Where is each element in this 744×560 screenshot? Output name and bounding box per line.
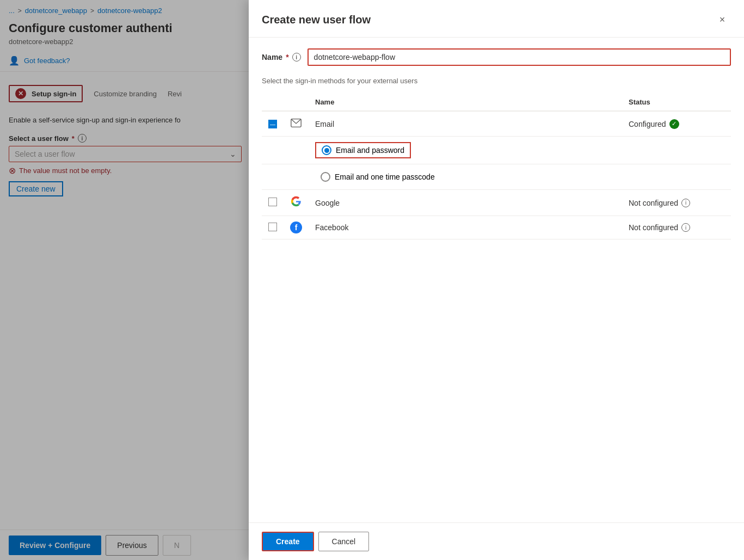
email-password-row: Email and password (315, 142, 411, 158)
configured-dot: ✓ (669, 119, 679, 129)
table-row: Email and password (262, 137, 731, 164)
table-row: f Facebook Not configured i (262, 216, 731, 239)
facebook-info-icon[interactable]: i (681, 223, 690, 232)
col-status-header: Status (622, 94, 731, 111)
col-icon (284, 94, 309, 111)
google-method-name: Google (315, 199, 616, 207)
email-otp-row: Email and one time passcode (315, 170, 724, 184)
email-password-label: Email and password (336, 146, 404, 155)
dialog-header: Create new user flow × (249, 0, 744, 38)
col-checkbox (262, 94, 284, 111)
create-user-flow-dialog: Create new user flow × Name * i Select t… (249, 0, 744, 560)
name-input[interactable] (308, 48, 731, 66)
email-otp-label: Email and one time passcode (335, 173, 435, 181)
col-name-header: Name (309, 94, 622, 111)
name-label: Name * i (262, 53, 301, 61)
email-password-radio[interactable] (322, 145, 331, 155)
google-info-icon[interactable]: i (681, 199, 690, 207)
signin-methods-description: Select the sign-in methods for your exte… (262, 77, 731, 85)
name-info-icon[interactable]: i (292, 53, 301, 61)
dialog-body: Name * i Select the sign-in methods for … (249, 38, 744, 522)
table-row: Email Configured ✓ (262, 111, 731, 137)
dialog-close-button[interactable]: × (714, 11, 731, 28)
name-required-star: * (286, 53, 288, 61)
dialog-title: Create new user flow (262, 14, 371, 26)
facebook-status: Not configured i (629, 223, 724, 232)
create-button[interactable]: Create (262, 532, 314, 551)
email-otp-radio[interactable] (321, 172, 330, 182)
facebook-checkbox[interactable] (268, 223, 277, 231)
email-status: Configured ✓ (629, 119, 724, 129)
dialog-footer: Create Cancel (249, 522, 744, 560)
table-row: Google Not configured i (262, 190, 731, 216)
cancel-button[interactable]: Cancel (318, 532, 370, 551)
google-checkbox[interactable] (268, 198, 277, 206)
facebook-icon: f (290, 223, 302, 232)
table-row: Email and one time passcode (262, 164, 731, 190)
facebook-method-name: Facebook (315, 223, 616, 232)
google-icon (290, 198, 302, 210)
email-method-name: Email (315, 120, 616, 128)
email-checkbox[interactable] (268, 120, 277, 128)
google-status: Not configured i (629, 199, 724, 207)
email-icon (290, 122, 302, 131)
table-header-row: Name Status (262, 94, 731, 111)
methods-table: Name Status (262, 94, 731, 239)
name-field-row: Name * i (262, 48, 731, 66)
